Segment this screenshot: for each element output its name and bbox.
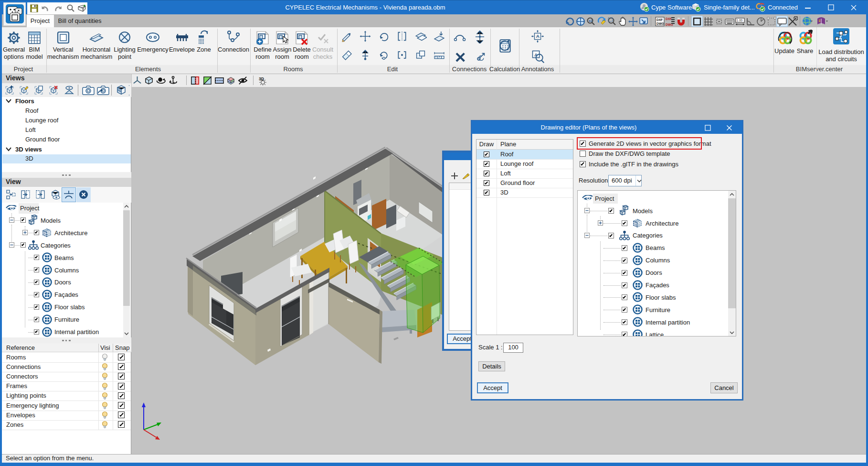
svg-text:DWG: DWG xyxy=(656,22,664,25)
svg-text:A: A xyxy=(536,33,540,39)
svg-text:DXF: DXF xyxy=(666,17,672,21)
svg-text:x2: x2 xyxy=(589,19,593,22)
svg-text:1.00: 1.00 xyxy=(737,19,743,22)
svg-text:DXF: DXF xyxy=(656,18,663,22)
